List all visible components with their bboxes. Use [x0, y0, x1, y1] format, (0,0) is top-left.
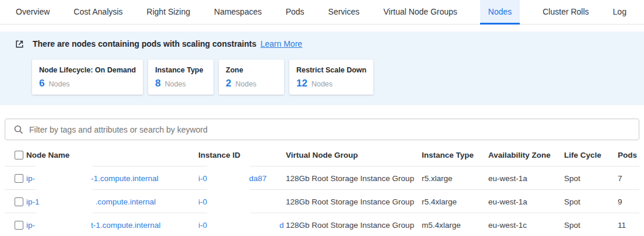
tab-cost-analysis[interactable]: Cost Analysis [72, 0, 124, 25]
card-title: Restrict Scale Down [296, 66, 366, 74]
redaction-box [207, 222, 279, 228]
table-row: ip-t-1.compute.internal i-0d 128Gb Root … [5, 213, 639, 236]
availability-zone-cell: eu-west-1a [488, 190, 564, 213]
instance-type-cell: r5.xlarge [422, 166, 488, 190]
node-name-link[interactable]: ip-1.compute.internal [26, 197, 156, 206]
life-cycle-cell: Spot [564, 213, 618, 236]
summary-card-zone: Zone 2 Nodes [219, 60, 284, 95]
virtual-node-group-cell: 128Gb Root Storage Instance Group [286, 190, 422, 213]
nodes-table: Node Name Instance ID Virtual Node Group… [5, 143, 639, 236]
card-unit: Nodes [312, 80, 332, 88]
instance-type-cell: m5.4xlarge [422, 213, 488, 236]
life-cycle-cell: Spot [564, 166, 618, 190]
select-all-checkbox[interactable] [15, 151, 23, 159]
column-header-virtual-node-group: Virtual Node Group [286, 143, 422, 166]
scaling-constraints-banner: There are nodes containing pods with sca… [0, 32, 644, 105]
instance-id-link[interactable]: i-0d [198, 221, 284, 230]
table-row: ip--1.compute.internal i-0da87 128Gb Roo… [5, 166, 639, 190]
redaction-box [207, 199, 249, 204]
card-count: 12 [296, 78, 307, 89]
tab-cluster-rolls[interactable]: Cluster Rolls [541, 0, 590, 25]
search-input[interactable] [29, 125, 639, 134]
summary-card-instance-type: Instance Type 8 Nodes [148, 60, 214, 95]
redaction-box [35, 175, 91, 181]
tab-namespaces[interactable]: Namespaces [213, 0, 263, 25]
column-header-availability-zone: Availability Zone [488, 143, 564, 166]
tab-pods[interactable]: Pods [285, 0, 306, 25]
life-cycle-cell: Spot [564, 190, 618, 213]
redaction-box [40, 199, 96, 204]
tab-services[interactable]: Services [327, 0, 361, 25]
row-checkbox[interactable] [15, 197, 23, 206]
redaction-box [207, 175, 249, 181]
node-name-link[interactable]: ip-t-1.compute.internal [26, 221, 160, 230]
card-title: Zone [226, 66, 277, 74]
summary-card-node-lifecycle: Node Lifecycle: On Demand 6 Nodes [32, 60, 143, 95]
constraint-summary-cards: Node Lifecycle: On Demand 6 Nodes Instan… [32, 60, 644, 95]
column-header-instance-type: Instance Type [422, 143, 488, 166]
card-unit: Nodes [164, 80, 186, 88]
card-unit: Nodes [235, 80, 256, 88]
tab-virtual-node-groups[interactable]: Virtual Node Groups [382, 0, 459, 25]
scale-down-arrow-icon [15, 39, 24, 49]
virtual-node-group-cell: 128Gb Root Storage Instance Group [286, 166, 422, 190]
column-header-node-name: Node Name [26, 143, 198, 166]
table-row: ip-1.compute.internal i-0 128Gb Root Sto… [5, 190, 639, 213]
column-header-instance-id: Instance ID [198, 143, 286, 166]
search-icon [13, 124, 24, 135]
card-count: 6 [39, 78, 44, 89]
tab-right-sizing[interactable]: Right Sizing [145, 0, 191, 25]
card-title: Node Lifecycle: On Demand [39, 66, 136, 74]
instance-id-link[interactable]: i-0 [198, 197, 249, 206]
pods-cell: 9 [618, 190, 639, 213]
column-header-pods: Pods [618, 143, 639, 166]
virtual-node-group-cell: 128Gb Root Storage Instance Group [286, 213, 422, 236]
instance-type-cell: r5.4xlarge [422, 190, 488, 213]
row-checkbox[interactable] [15, 174, 23, 183]
row-checkbox[interactable] [15, 221, 23, 230]
card-count: 2 [226, 78, 231, 89]
banner-message: There are nodes containing pods with sca… [33, 39, 257, 48]
tab-bar: Overview Cost Analysis Right Sizing Name… [0, 0, 644, 25]
summary-card-restrict-scale-down: Restrict Scale Down 12 Nodes [289, 60, 373, 95]
tab-overview[interactable]: Overview [15, 0, 51, 25]
pods-cell: 7 [618, 166, 639, 190]
learn-more-link[interactable]: Learn More [261, 39, 303, 48]
availability-zone-cell: eu-west-1a [488, 166, 564, 190]
pods-cell: 11 [618, 213, 639, 236]
redaction-box [35, 222, 91, 228]
tab-log[interactable]: Log [612, 0, 628, 25]
filter-search-bar [5, 119, 639, 140]
card-unit: Nodes [48, 80, 69, 88]
card-count: 8 [155, 78, 160, 89]
instance-id-link[interactable]: i-0da87 [198, 174, 267, 183]
column-header-life-cycle: Life Cycle [564, 143, 618, 166]
node-name-link[interactable]: ip--1.compute.internal [26, 174, 159, 183]
card-title: Instance Type [155, 66, 206, 74]
availability-zone-cell: eu-west-1c [488, 213, 564, 236]
tab-nodes[interactable]: Nodes [480, 0, 520, 25]
table-header-row: Node Name Instance ID Virtual Node Group… [5, 143, 639, 166]
